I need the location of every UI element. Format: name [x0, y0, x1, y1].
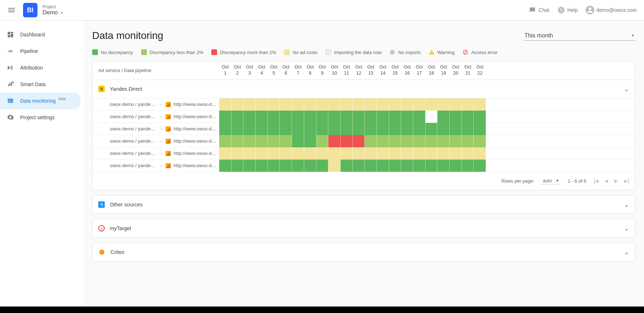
status-cell[interactable]: [377, 160, 389, 172]
status-cell[interactable]: [401, 123, 413, 135]
user-menu[interactable]: demo@owox.com: [586, 6, 637, 14]
status-cell[interactable]: [256, 98, 268, 111]
status-cell[interactable]: [231, 160, 244, 172]
status-cell[interactable]: [413, 123, 425, 135]
status-cell[interactable]: [292, 111, 304, 123]
status-cell[interactable]: [413, 147, 425, 160]
status-cell[interactable]: [474, 160, 486, 172]
status-cell[interactable]: [256, 123, 268, 135]
status-cell[interactable]: [377, 111, 389, 123]
status-cell[interactable]: [450, 135, 462, 147]
status-cell[interactable]: [401, 147, 413, 160]
status-cell[interactable]: [462, 160, 474, 172]
status-cell[interactable]: [474, 123, 486, 135]
sidebar-item-dashboard[interactable]: Dashboard: [0, 26, 81, 43]
status-cell[interactable]: [341, 135, 353, 147]
status-cell[interactable]: [304, 160, 316, 172]
status-cell[interactable]: [413, 98, 425, 111]
table-row[interactable]: owox-demo / yande… → http://www.owox-d…: [93, 147, 635, 160]
status-cell[interactable]: [474, 135, 486, 147]
help-button[interactable]: ? Help: [557, 6, 578, 14]
status-cell[interactable]: [268, 135, 280, 147]
status-cell[interactable]: [462, 147, 474, 160]
status-cell[interactable]: [256, 160, 268, 172]
status-cell[interactable]: [474, 147, 486, 160]
status-cell[interactable]: [304, 135, 316, 147]
status-cell[interactable]: [243, 160, 256, 172]
status-cell[interactable]: [365, 98, 377, 111]
status-cell[interactable]: [280, 98, 292, 111]
status-cell[interactable]: [425, 111, 438, 123]
status-cell[interactable]: [365, 111, 377, 123]
status-cell[interactable]: [231, 123, 244, 135]
status-cell[interactable]: [341, 147, 353, 160]
status-cell[interactable]: [243, 98, 256, 111]
status-cell[interactable]: [413, 160, 425, 172]
status-cell[interactable]: [401, 135, 413, 147]
status-cell[interactable]: [389, 135, 401, 147]
project-selector[interactable]: Project Demo▼: [42, 4, 64, 16]
status-cell[interactable]: [341, 98, 353, 111]
status-cell[interactable]: [292, 123, 304, 135]
status-cell[interactable]: [353, 98, 365, 111]
status-cell[interactable]: [268, 98, 280, 111]
status-cell[interactable]: [219, 147, 231, 160]
status-cell[interactable]: [243, 135, 256, 147]
status-cell[interactable]: [231, 147, 244, 160]
status-cell[interactable]: [280, 147, 292, 160]
status-cell[interactable]: [231, 135, 244, 147]
status-cell[interactable]: [365, 147, 377, 160]
status-cell[interactable]: [316, 135, 329, 147]
status-cell[interactable]: [268, 160, 280, 172]
status-cell[interactable]: [316, 111, 329, 123]
status-cell[interactable]: [437, 147, 450, 160]
rows-per-page-select[interactable]: auto ▼: [541, 177, 560, 184]
status-cell[interactable]: [219, 111, 231, 123]
status-cell[interactable]: [292, 160, 304, 172]
status-cell[interactable]: [280, 135, 292, 147]
status-cell[interactable]: [316, 147, 329, 160]
status-cell[interactable]: [292, 98, 304, 111]
status-cell[interactable]: [231, 98, 244, 111]
status-cell[interactable]: [377, 123, 389, 135]
status-cell[interactable]: [316, 160, 329, 172]
table-row[interactable]: owox-demo / yande… → http://www.owox-d…: [93, 98, 635, 111]
status-cell[interactable]: [450, 160, 462, 172]
status-cell[interactable]: [389, 147, 401, 160]
status-cell[interactable]: [474, 111, 486, 123]
status-cell[interactable]: [304, 111, 316, 123]
status-cell[interactable]: [474, 98, 486, 111]
status-cell[interactable]: [425, 135, 438, 147]
status-cell[interactable]: [462, 123, 474, 135]
table-row[interactable]: owox-demo / yande… → http://www.owox-d…: [93, 160, 635, 172]
status-cell[interactable]: [450, 147, 462, 160]
status-cell[interactable]: [437, 135, 450, 147]
table-row[interactable]: owox-demo / yande… → http://www.owox-d…: [93, 111, 635, 123]
status-cell[interactable]: [365, 160, 377, 172]
status-cell[interactable]: [304, 98, 316, 111]
status-cell[interactable]: [450, 123, 462, 135]
status-cell[interactable]: [401, 111, 413, 123]
status-cell[interactable]: [219, 98, 231, 111]
status-cell[interactable]: [437, 98, 450, 111]
status-cell[interactable]: [437, 123, 450, 135]
status-cell[interactable]: [268, 111, 280, 123]
group-row-mytarget[interactable]: ◎myTarget⌄: [93, 219, 635, 237]
status-cell[interactable]: [292, 147, 304, 160]
status-cell[interactable]: [425, 160, 438, 172]
status-cell[interactable]: [365, 123, 377, 135]
last-page-button[interactable]: ▸|: [624, 177, 629, 185]
status-cell[interactable]: [413, 135, 425, 147]
prev-page-button[interactable]: ◂: [605, 177, 608, 185]
status-cell[interactable]: [328, 123, 341, 135]
status-cell[interactable]: [353, 111, 365, 123]
status-cell[interactable]: [450, 111, 462, 123]
status-cell[interactable]: [328, 160, 341, 172]
next-page-button[interactable]: ▸: [614, 177, 618, 185]
status-cell[interactable]: [462, 135, 474, 147]
first-page-button[interactable]: |◂: [594, 177, 599, 185]
status-cell[interactable]: [280, 123, 292, 135]
sidebar-item-settings[interactable]: Project settings: [0, 109, 81, 126]
status-cell[interactable]: [462, 111, 474, 123]
status-cell[interactable]: [341, 111, 353, 123]
